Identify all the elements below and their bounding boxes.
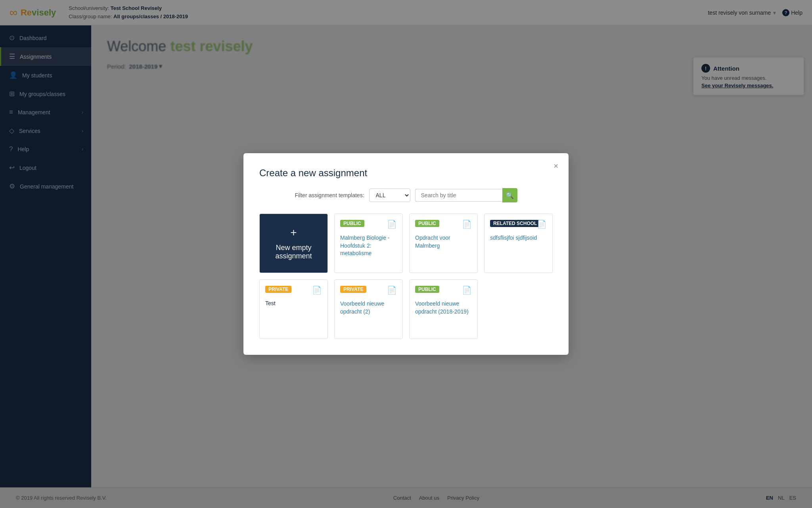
cards-grid: + New empty assignment PUBLIC 📄 Malmberg…: [259, 214, 553, 339]
badge-related-1: RELATED SCHOOL: [490, 220, 540, 227]
card-new-empty[interactable]: + New empty assignment: [259, 214, 328, 273]
card-opdracht-malmberg[interactable]: PUBLIC 📄 Opdracht voor Malmberg: [409, 214, 478, 273]
filter-select[interactable]: ALL PUBLIC PRIVATE: [369, 189, 410, 202]
card-title-6: Voorbeeld nieuwe opdracht (2018-2019): [415, 300, 472, 316]
card-voorbeeld-2018[interactable]: PUBLIC 📄 Voorbeeld nieuwe opdracht (2018…: [409, 279, 478, 339]
doc-icon-6: 📄: [462, 285, 472, 295]
badge-private-1: PRIVATE: [265, 286, 291, 293]
plus-icon: +: [290, 226, 297, 239]
doc-icon-4: 📄: [312, 285, 322, 295]
doc-icon-3: 📄: [537, 219, 547, 229]
content-area: Welcome test revisely Period: 2018-2019 …: [91, 25, 812, 487]
card-title-3: sdfsflisjfoi sjdfijsoid: [490, 234, 547, 242]
card-title-2: Opdracht voor Malmberg: [415, 234, 472, 250]
modal-close-button[interactable]: ×: [550, 160, 562, 172]
main-layout: ⊙ Dashboard ☰ Assignments 👤 My students …: [0, 25, 812, 487]
modal-title: Create a new assignment: [259, 167, 553, 179]
card-title-1: Malmberg Biologie - Hoofdstuk 2: metabol…: [340, 234, 397, 258]
badge-public-1: PUBLIC: [340, 220, 364, 227]
badge-public-2: PUBLIC: [415, 220, 439, 227]
new-empty-label: New empty assignment: [265, 244, 322, 260]
search-wrapper: 🔍: [415, 188, 517, 202]
card-title-5: Voorbeeld nieuwe opdracht (2): [340, 300, 397, 316]
search-button[interactable]: 🔍: [502, 188, 517, 202]
card-voorbeeld-2[interactable]: PRIVATE 📄 Voorbeeld nieuwe opdracht (2): [334, 279, 403, 339]
doc-icon-2: 📄: [462, 219, 472, 229]
card-title-4: Test: [265, 300, 322, 306]
card-related-school[interactable]: RELATED SCHOOL 📄 sdfsflisjfoi sjdfijsoid: [484, 214, 553, 273]
card-malmberg-biologie[interactable]: PUBLIC 📄 Malmberg Biologie - Hoofdstuk 2…: [334, 214, 403, 273]
doc-icon-5: 📄: [387, 285, 397, 295]
filter-row: Filter assignment templates: ALL PUBLIC …: [259, 188, 553, 202]
badge-public-3: PUBLIC: [415, 286, 439, 293]
modal: × Create a new assignment Filter assignm…: [243, 153, 569, 355]
modal-overlay[interactable]: × Create a new assignment Filter assignm…: [91, 25, 812, 487]
badge-private-2: PRIVATE: [340, 286, 366, 293]
doc-icon-1: 📄: [387, 219, 397, 229]
filter-label: Filter assignment templates:: [295, 192, 364, 198]
search-input[interactable]: [415, 189, 502, 202]
search-icon: 🔍: [506, 192, 514, 199]
card-test[interactable]: PRIVATE 📄 Test: [259, 279, 328, 339]
